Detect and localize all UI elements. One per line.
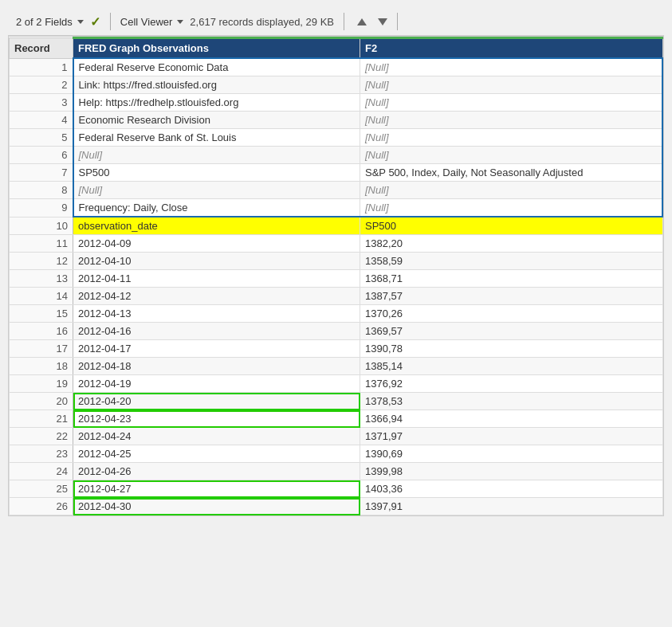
record-number: 6 [10,147,73,164]
table-row[interactable]: 5Federal Reserve Bank of St. Louis[Null] [10,129,663,147]
table-row[interactable]: 152012-04-131370,26 [10,305,663,323]
table-row[interactable]: 10observation_dateSP500 [10,217,663,235]
field2-cell[interactable]: 1382,20 [360,235,663,253]
toolbar: 2 of 2 Fields ✓ Cell Viewer 2,617 record… [8,8,664,36]
scroll-down-icon[interactable] [378,18,387,25]
table-row[interactable]: 262012-04-301397,91 [10,498,663,515]
field2-cell[interactable]: 1390,78 [360,340,663,358]
field2-cell[interactable]: 1366,94 [360,410,663,428]
table-row[interactable]: 7SP500S&P 500, Index, Daily, Not Seasona… [10,164,663,182]
table-row[interactable]: 2Link: https://fred.stlouisfed.org[Null] [10,76,663,94]
field2-cell[interactable]: 1378,53 [360,393,663,410]
field2-cell[interactable]: [Null] [360,94,663,112]
field2-header[interactable]: F2 [360,38,663,59]
divider-3 [397,13,398,30]
table-row[interactable]: 172012-04-171390,78 [10,340,663,358]
record-number: 8 [10,182,73,199]
table-row[interactable]: 8[Null][Null] [10,182,663,199]
table-row[interactable]: 222012-04-241371,97 [10,428,663,445]
field1-cell[interactable]: observation_date [73,217,360,235]
table-row[interactable]: 9Frequency: Daily, Close[Null] [10,199,663,217]
field1-cell[interactable]: 2012-04-11 [73,270,360,288]
record-number: 5 [10,129,73,147]
field1-cell[interactable]: [Null] [73,182,360,199]
table-row[interactable]: 162012-04-161369,57 [10,323,663,340]
table-row[interactable]: 212012-04-231366,94 [10,410,663,428]
field2-cell[interactable]: [Null] [360,58,663,76]
field2-cell[interactable]: [Null] [360,147,663,164]
field2-cell[interactable]: [Null] [360,129,663,147]
table-row[interactable]: 192012-04-191376,92 [10,375,663,393]
field1-cell[interactable]: Federal Reserve Bank of St. Louis [73,129,360,147]
field2-cell[interactable]: [Null] [360,182,663,199]
table-row[interactable]: 6[Null][Null] [10,147,663,164]
table-row[interactable]: 252012-04-271403,36 [10,480,663,498]
field2-cell[interactable]: 1387,57 [360,288,663,305]
field2-cell[interactable]: 1371,97 [360,428,663,445]
record-number: 13 [10,270,73,288]
record-number: 26 [10,498,73,515]
table-row[interactable]: 132012-04-111368,71 [10,270,663,288]
field1-cell[interactable]: Help: https://fredhelp.stlouisfed.org [73,94,360,112]
field2-cell[interactable]: S&P 500, Index, Daily, Not Seasonally Ad… [360,164,663,182]
field2-cell[interactable]: 1358,59 [360,253,663,270]
field1-cell[interactable]: 2012-04-17 [73,340,360,358]
field1-cell[interactable]: 2012-04-13 [73,305,360,323]
field2-cell[interactable]: 1390,69 [360,445,663,463]
records-info: 2,617 records displayed, 29 KB [190,16,334,28]
field2-cell[interactable]: 1403,36 [360,480,663,498]
field1-cell[interactable]: Economic Research Division [73,112,360,129]
field1-cell[interactable]: 2012-04-30 [73,498,360,515]
field2-cell[interactable]: [Null] [360,199,663,217]
table-row[interactable]: 1Federal Reserve Economic Data[Null] [10,58,663,76]
field1-cell[interactable]: 2012-04-18 [73,358,360,375]
record-number: 15 [10,305,73,323]
record-number: 9 [10,199,73,217]
field1-cell[interactable]: Link: https://fred.stlouisfed.org [73,76,360,94]
field1-header[interactable]: FRED Graph Observations [73,38,360,59]
field1-cell[interactable]: 2012-04-26 [73,463,360,480]
field2-cell[interactable]: 1399,98 [360,463,663,480]
data-table-container: Record FRED Graph Observations F2 1Feder… [8,36,664,516]
table-row[interactable]: 202012-04-201378,53 [10,393,663,410]
field1-cell[interactable]: 2012-04-20 [73,393,360,410]
record-number: 3 [10,94,73,112]
table-row[interactable]: 112012-04-091382,20 [10,235,663,253]
table-row[interactable]: 122012-04-101358,59 [10,253,663,270]
field1-cell[interactable]: SP500 [73,164,360,182]
field2-cell[interactable]: 1376,92 [360,375,663,393]
cell-viewer-selector[interactable]: Cell Viewer [120,16,184,28]
table-row[interactable]: 232012-04-251390,69 [10,445,663,463]
field1-cell[interactable]: 2012-04-23 [73,410,360,428]
table-row[interactable]: 4Economic Research Division[Null] [10,112,663,129]
field2-cell[interactable]: 1385,14 [360,358,663,375]
table-row[interactable]: 3Help: https://fredhelp.stlouisfed.org[N… [10,94,663,112]
table-body: 1Federal Reserve Economic Data[Null]2Lin… [10,58,663,515]
field1-cell[interactable]: 2012-04-12 [73,288,360,305]
table-row[interactable]: 242012-04-261399,98 [10,463,663,480]
field1-cell[interactable]: 2012-04-25 [73,445,360,463]
record-number: 12 [10,253,73,270]
field1-cell[interactable]: 2012-04-27 [73,480,360,498]
record-number: 20 [10,393,73,410]
field1-cell[interactable]: 2012-04-09 [73,235,360,253]
field1-cell[interactable]: Frequency: Daily, Close [73,199,360,217]
table-row[interactable]: 142012-04-121387,57 [10,288,663,305]
field1-cell[interactable]: 2012-04-10 [73,253,360,270]
fields-selector[interactable]: 2 of 2 Fields [16,16,84,28]
scroll-up-icon[interactable] [357,18,367,25]
field2-cell[interactable]: SP500 [360,217,663,235]
field2-cell[interactable]: 1368,71 [360,270,663,288]
table-row[interactable]: 182012-04-181385,14 [10,358,663,375]
field2-cell[interactable]: 1369,57 [360,323,663,340]
data-table: Record FRED Graph Observations F2 1Feder… [9,37,663,515]
field2-cell[interactable]: [Null] [360,76,663,94]
field1-cell[interactable]: 2012-04-24 [73,428,360,445]
field2-cell[interactable]: [Null] [360,112,663,129]
field1-cell[interactable]: 2012-04-19 [73,375,360,393]
field1-cell[interactable]: [Null] [73,147,360,164]
field1-cell[interactable]: 2012-04-16 [73,323,360,340]
field2-cell[interactable]: 1370,26 [360,305,663,323]
field2-cell[interactable]: 1397,91 [360,498,663,515]
field1-cell[interactable]: Federal Reserve Economic Data [73,58,360,76]
